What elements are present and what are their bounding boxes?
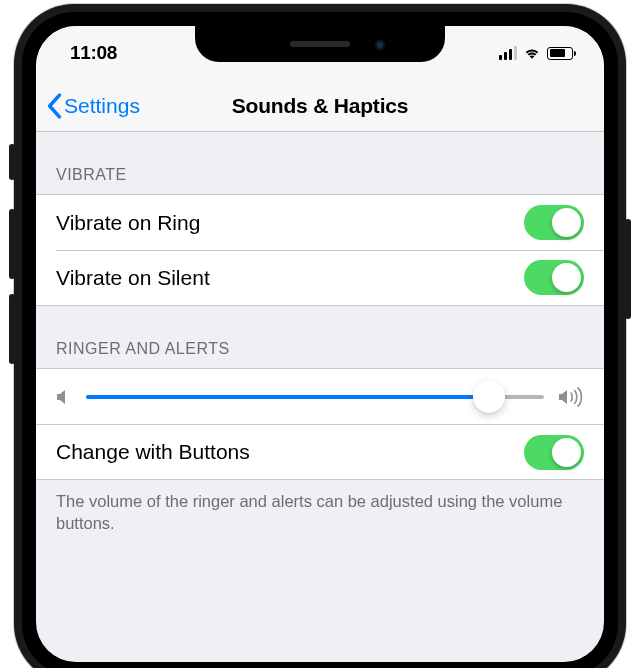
section-header-ringer: Ringer and Alerts — [36, 306, 604, 368]
phone-bezel: 11:08 — [14, 4, 626, 668]
section-footer-ringer: The volume of the ringer and alerts can … — [36, 480, 604, 555]
mute-switch — [9, 144, 15, 180]
chevron-left-icon — [46, 93, 62, 119]
nav-bar: Settings Sounds & Haptics — [36, 80, 604, 132]
section-header-vibrate: Vibrate — [36, 132, 604, 194]
status-time: 11:08 — [70, 42, 117, 64]
slider-thumb[interactable] — [473, 381, 505, 413]
back-button[interactable]: Settings — [46, 93, 140, 119]
cellular-signal-icon — [499, 46, 518, 60]
speaker-max-icon — [558, 387, 584, 407]
screen: 11:08 — [36, 26, 604, 662]
row-change-with-buttons[interactable]: Change with Buttons — [36, 424, 604, 480]
wifi-icon — [523, 46, 541, 60]
toggle-change-with-buttons[interactable] — [524, 435, 584, 470]
row-vibrate-on-ring[interactable]: Vibrate on Ring — [36, 194, 604, 250]
side-button — [625, 219, 631, 319]
volume-down-button — [9, 294, 15, 364]
ringer-group: Change with Buttons — [36, 368, 604, 480]
vibrate-group: Vibrate on Ring Vibrate on Silent — [36, 194, 604, 306]
front-camera — [375, 40, 385, 50]
earpiece — [290, 41, 350, 47]
row-vibrate-on-silent[interactable]: Vibrate on Silent — [36, 250, 604, 306]
row-label: Vibrate on Silent — [56, 266, 524, 290]
speaker-min-icon — [56, 388, 72, 406]
status-indicators — [499, 46, 577, 60]
page-title: Sounds & Haptics — [232, 94, 409, 118]
volume-up-button — [9, 209, 15, 279]
notch — [195, 26, 445, 62]
toggle-vibrate-on-ring[interactable] — [524, 205, 584, 240]
row-label: Change with Buttons — [56, 440, 524, 464]
toggle-vibrate-on-silent[interactable] — [524, 260, 584, 295]
row-label: Vibrate on Ring — [56, 211, 524, 235]
back-label: Settings — [64, 94, 140, 118]
battery-icon — [547, 47, 576, 60]
volume-slider[interactable] — [86, 395, 544, 399]
row-ringer-volume[interactable] — [36, 368, 604, 424]
